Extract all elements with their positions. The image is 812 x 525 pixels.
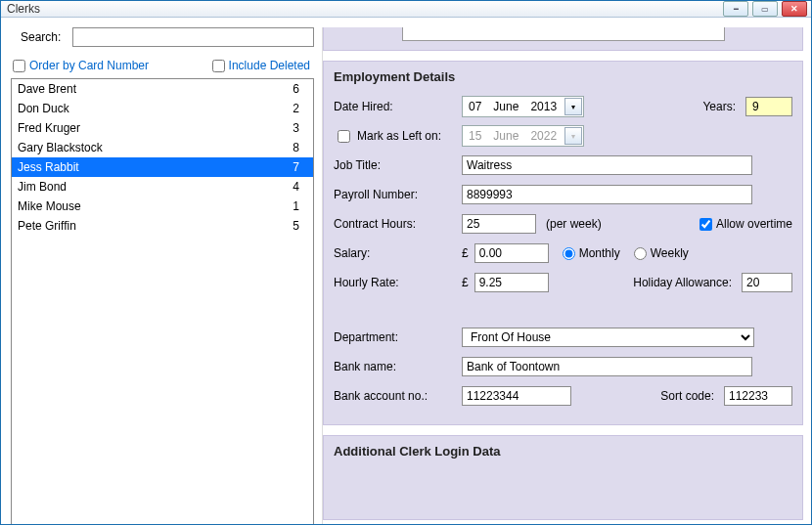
- details-scroll[interactable]: Employment Details Date Hired: 07 June 2…: [323, 27, 807, 525]
- bank-account-input[interactable]: [462, 386, 571, 406]
- holiday-allowance-input[interactable]: [742, 273, 792, 292]
- mark-left-checkbox[interactable]: [338, 130, 350, 143]
- hourly-rate-label: Hourly Rate:: [334, 276, 456, 289]
- weekly-radio-input[interactable]: [634, 247, 647, 260]
- additional-heading: Additional Clerk Login Data: [334, 444, 792, 459]
- clerk-number: 4: [293, 179, 299, 195]
- allow-overtime-checkbox[interactable]: Allow overtime: [699, 217, 792, 231]
- mark-left-row: Mark as Left on: 15 June 2022 ▾: [334, 123, 792, 149]
- job-title-input[interactable]: [462, 155, 752, 175]
- date-left-year: 2022: [526, 129, 564, 143]
- search-input[interactable]: [72, 27, 314, 47]
- window-title: Clerks: [7, 2, 723, 16]
- clerk-name: Dave Brent: [18, 81, 76, 97]
- order-by-card-checkbox[interactable]: Order by Card Number: [13, 59, 149, 72]
- department-select[interactable]: Front Of House: [462, 328, 754, 347]
- job-title-row: Job Title:: [334, 153, 792, 178]
- clerk-number: 3: [293, 120, 299, 136]
- filter-row: Order by Card Number Include Deleted: [11, 59, 314, 78]
- weekly-radio[interactable]: Weekly: [634, 246, 689, 260]
- main-area: Search: Order by Card Number Include Del…: [1, 18, 811, 525]
- include-deleted-label: Include Deleted: [229, 59, 310, 72]
- list-item[interactable]: Jess Rabbit7: [12, 157, 313, 177]
- bank-account-label: Bank account no.:: [334, 389, 456, 403]
- include-deleted-input[interactable]: [212, 60, 225, 72]
- close-window-button[interactable]: ✕: [782, 1, 807, 17]
- date-hired-row: Date Hired: 07 June 2013 ▾ Years: 9: [334, 94, 792, 119]
- order-by-card-label: Order by Card Number: [29, 59, 149, 72]
- hourly-rate-input[interactable]: [474, 273, 549, 292]
- date-hired-picker[interactable]: 07 June 2013 ▾: [462, 96, 584, 117]
- bank-name-input[interactable]: [462, 357, 752, 376]
- date-hired-dropdown-icon[interactable]: ▾: [564, 98, 582, 115]
- include-deleted-checkbox[interactable]: Include Deleted: [212, 59, 310, 72]
- per-week-label: (per week): [546, 217, 602, 231]
- date-left-picker[interactable]: 15 June 2022 ▾: [462, 125, 584, 147]
- holiday-allowance-label: Holiday Allowance:: [633, 276, 732, 289]
- clerk-name: Gary Blackstock: [18, 140, 103, 155]
- clerk-number: 2: [293, 101, 299, 116]
- clerk-list[interactable]: Dave Brent6Don Duck2Fred Kruger3Gary Bla…: [11, 78, 314, 525]
- monthly-radio[interactable]: Monthly: [563, 246, 620, 260]
- list-item[interactable]: Pete Griffin5: [12, 216, 313, 236]
- bank-account-row: Bank account no.: Sort code:: [334, 383, 792, 409]
- department-row: Department: Front Of House: [334, 325, 792, 350]
- date-hired-label: Date Hired:: [334, 100, 456, 113]
- employment-heading: Employment Details: [334, 69, 792, 84]
- currency-symbol-salary: £: [462, 246, 469, 260]
- additional-section: Additional Clerk Login Data: [323, 435, 803, 520]
- search-label: Search:: [21, 30, 61, 44]
- employment-section: Employment Details Date Hired: 07 June 2…: [323, 61, 803, 425]
- date-hired-year: 2013: [526, 100, 564, 113]
- search-row: Search:: [11, 27, 314, 47]
- clerk-number: 8: [293, 140, 299, 155]
- contract-hours-input[interactable]: [462, 214, 536, 234]
- clerk-number: 1: [293, 198, 299, 214]
- clerk-name: Jim Bond: [18, 179, 67, 195]
- date-left-dropdown-icon[interactable]: ▾: [564, 127, 582, 145]
- list-item[interactable]: Dave Brent6: [12, 79, 313, 99]
- contract-hours-label: Contract Hours:: [334, 217, 456, 231]
- sort-code-input[interactable]: [724, 386, 792, 406]
- list-item[interactable]: Fred Kruger3: [12, 118, 313, 138]
- salary-input[interactable]: [474, 243, 549, 263]
- payroll-row: Payroll Number:: [334, 182, 792, 207]
- salary-row: Salary: £ Monthly Weekly: [334, 241, 792, 266]
- prev-section-tail: [323, 27, 803, 51]
- left-pane: Search: Order by Card Number Include Del…: [11, 27, 314, 525]
- clerk-number: 6: [293, 81, 299, 97]
- department-label: Department:: [334, 330, 456, 344]
- list-item[interactable]: Mike Mouse1: [12, 197, 313, 216]
- date-hired-month: June: [489, 100, 526, 113]
- date-left-day: 15: [465, 129, 489, 143]
- content: Search: Order by Card Number Include Del…: [1, 18, 811, 525]
- monthly-label: Monthly: [579, 246, 620, 260]
- list-item[interactable]: Gary Blackstock8: [12, 138, 313, 157]
- clerk-name: Jess Rabbit: [18, 159, 79, 175]
- minimize-button[interactable]: ━: [723, 1, 748, 17]
- job-title-label: Job Title:: [334, 158, 456, 172]
- allow-overtime-label: Allow overtime: [716, 217, 792, 231]
- clerk-name: Fred Kruger: [18, 120, 80, 136]
- window-controls: ━ ▭ ✕: [723, 1, 807, 17]
- right-pane: Employment Details Date Hired: 07 June 2…: [322, 27, 807, 525]
- clerk-name: Don Duck: [18, 101, 69, 116]
- list-item[interactable]: Jim Bond4: [12, 177, 313, 197]
- clerk-number: 7: [293, 159, 299, 175]
- maximize-button[interactable]: ▭: [752, 1, 778, 17]
- order-by-card-input[interactable]: [13, 60, 25, 72]
- bank-name-label: Bank name:: [334, 360, 456, 373]
- bank-name-row: Bank name:: [334, 354, 792, 379]
- weekly-label: Weekly: [651, 246, 689, 260]
- payroll-input[interactable]: [462, 185, 752, 204]
- years-label: Years:: [702, 100, 736, 113]
- monthly-radio-input[interactable]: [563, 247, 575, 260]
- list-item[interactable]: Don Duck2: [12, 99, 313, 118]
- years-value: 9: [745, 97, 792, 116]
- salary-label: Salary:: [334, 246, 456, 260]
- clerk-name: Pete Griffin: [18, 218, 76, 234]
- allow-overtime-input[interactable]: [699, 218, 712, 231]
- prev-section-field: [402, 27, 725, 41]
- sort-code-label: Sort code:: [660, 389, 714, 403]
- mark-left-label: Mark as Left on:: [357, 129, 441, 143]
